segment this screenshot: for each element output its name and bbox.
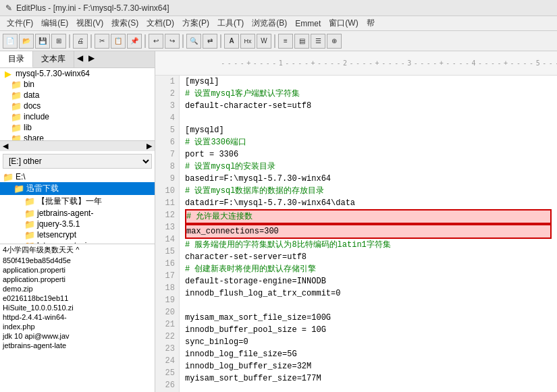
bottom-list-item[interactable]: jdk 10 api@www.jav xyxy=(0,331,155,341)
tb-extra2[interactable]: ▤ xyxy=(294,34,309,49)
bottom-list-item[interactable]: 850f419eba85d4d5e xyxy=(0,256,155,265)
open-button[interactable]: 📂 xyxy=(19,34,34,49)
code-line[interactable]: myisam_sort_buffer_size=177M xyxy=(185,372,552,385)
code-line[interactable]: default-storage-engine=INNODB xyxy=(185,275,552,287)
menu-item-[interactable]: 帮 xyxy=(363,16,379,30)
tb-extra1[interactable]: ≡ xyxy=(278,34,293,49)
code-line[interactable]: character-set-server=utf8 xyxy=(185,251,552,263)
toolbar-sep-3 xyxy=(144,34,146,48)
code-lines[interactable]: [mysql]# 设置mysql客户端默认字符集default-characte… xyxy=(180,76,557,392)
menu-item-v[interactable]: 视图(V) xyxy=(72,16,107,30)
code-line[interactable]: datadir=F:\mysql-5.7.30-winx64\data xyxy=(185,197,552,209)
tree-item-data[interactable]: 📁data xyxy=(0,90,155,101)
tree-root[interactable]: ▶ mysql-5.7.30-winx64 xyxy=(0,68,155,79)
code-line[interactable]: # 允许最大连接数 xyxy=(185,209,552,224)
second-tree-item[interactable]: 📁E:\ xyxy=(0,171,155,182)
second-file-tree: 📁E:\📁迅雷下载📁【批量下载】一年📁jetbrains-agent-📁jque… xyxy=(0,171,155,244)
tree-item-lib[interactable]: 📁lib xyxy=(0,122,155,133)
code-line[interactable]: # 设置3306端口 xyxy=(185,136,552,148)
print-button[interactable]: 🖨 xyxy=(73,34,88,49)
code-line[interactable]: basedir=F:\mysql-5.7.30-winx64 xyxy=(185,173,552,185)
tb-extra3[interactable]: ☰ xyxy=(311,34,325,49)
folder-icon: 📁 xyxy=(24,230,35,240)
code-line[interactable] xyxy=(185,112,552,124)
code-line[interactable]: innodb_buffer_pool_size = 10G xyxy=(185,324,552,336)
code-line[interactable]: max_connections=300 xyxy=(185,224,552,239)
redo-button[interactable]: ↪ xyxy=(165,34,180,49)
new-button[interactable]: 📄 xyxy=(3,34,18,49)
bottom-list-item[interactable]: 4小学四年级奥数天天 ^ xyxy=(0,244,155,256)
second-tree-item[interactable]: 📁jetbrains-agent- xyxy=(0,208,155,219)
bottom-list-items: 4小学四年级奥数天天 ^850f419eba85d4d5eapplication… xyxy=(0,244,155,350)
code-line[interactable]: [mysqld] xyxy=(185,124,552,136)
bottom-list-item[interactable]: jetbrains-agent-late xyxy=(0,341,155,350)
tab-textlib[interactable]: 文本库 xyxy=(33,51,74,67)
bottom-list-item[interactable]: demo.zip xyxy=(0,284,155,293)
editor-ruler: ----+----1----+----2----+----3----+----4… xyxy=(155,51,557,76)
code-line[interactable]: sync_binlog=0 xyxy=(185,336,552,348)
bottom-list-item[interactable]: HiSuite_10.0.0.510.zi xyxy=(0,303,155,312)
drive-dropdown[interactable]: [E:] other xyxy=(3,154,152,169)
bottom-list-item[interactable]: application.properti xyxy=(0,265,155,275)
tree-item-docs[interactable]: 📁docs xyxy=(0,101,155,111)
code-line[interactable]: # 设置mysql的安装目录 xyxy=(185,161,552,173)
tb-extra4[interactable]: ⊕ xyxy=(327,34,342,49)
tree-item-include[interactable]: 📁include xyxy=(0,111,155,122)
menu-item-p[interactable]: 方案(P) xyxy=(178,16,213,30)
menu-item-w[interactable]: 窗口(W) xyxy=(325,16,362,30)
panel-nav-next[interactable]: ▶ xyxy=(86,51,97,67)
second-tree-item[interactable]: 📁【批量下载】一年 xyxy=(0,195,155,208)
bottom-list-item[interactable]: httpd-2.4.41-win64- xyxy=(0,312,155,322)
code-line[interactable]: # 设置mysql数据库的数据的存放目录 xyxy=(185,185,552,197)
bold-button[interactable]: A xyxy=(224,34,239,49)
copy-button[interactable]: 📋 xyxy=(111,34,126,49)
menu-item-e[interactable]: 编辑(E) xyxy=(37,16,72,30)
replace-button[interactable]: ⇄ xyxy=(203,34,217,49)
code-line[interactable]: innodb_log_file_size=5G xyxy=(185,348,552,360)
code-line[interactable] xyxy=(185,385,552,392)
menu-item-emmet[interactable]: Emmet xyxy=(291,18,325,30)
cut-button[interactable]: ✂ xyxy=(95,34,109,49)
menu-item-d[interactable]: 文档(D) xyxy=(142,16,178,30)
menu-item-b[interactable]: 浏览器(B) xyxy=(248,16,291,30)
code-line[interactable]: port = 3306 xyxy=(185,148,552,161)
code-content[interactable]: 1234567891011121314151617181920212223242… xyxy=(155,76,557,392)
menu-item-f[interactable]: 文件(F) xyxy=(3,16,37,30)
find-button[interactable]: 🔍 xyxy=(186,34,201,49)
second-tree-item[interactable]: 📁迅雷下载 xyxy=(0,182,155,195)
undo-button[interactable]: ↩ xyxy=(149,34,163,49)
code-line[interactable]: innodb_flush_log_at_trx_commit=0 xyxy=(185,287,552,300)
line-number: 24 xyxy=(159,355,175,367)
second-tree-label: E:\ xyxy=(16,172,26,181)
save-button[interactable]: 💾 xyxy=(35,34,50,49)
paste-button[interactable]: 📌 xyxy=(127,34,142,49)
second-tree-item[interactable]: 📁jquery-3.5.1 xyxy=(0,219,155,229)
panel-nav-prev[interactable]: ◀ xyxy=(74,51,86,67)
code-line[interactable]: innodb_log_buffer_size=32M xyxy=(185,360,552,372)
code-line[interactable]: myisam_max_sort_file_size=100G xyxy=(185,312,552,324)
menu-item-t[interactable]: 工具(T) xyxy=(213,16,248,30)
toolbar-sep-5 xyxy=(220,34,221,48)
line-number: 22 xyxy=(159,331,175,343)
bottom-list-item[interactable]: application.properti xyxy=(0,275,155,284)
code-line[interactable]: default-character-set=utf8 xyxy=(185,100,552,112)
tree-item-bin[interactable]: 📁bin xyxy=(0,79,155,90)
second-tree-item[interactable]: 📁letsencrypt xyxy=(0,229,155,240)
code-line[interactable]: # 服务端使用的字符集默认为8比特编码的latin1字符集 xyxy=(185,239,552,251)
bottom-list-item[interactable]: e0216118bc19eb11 xyxy=(0,293,155,303)
bottom-list-item[interactable]: index.php xyxy=(0,322,155,331)
w-button[interactable]: W xyxy=(257,34,271,49)
code-line[interactable]: [mysql] xyxy=(185,76,552,88)
tab-directory[interactable]: 目录 xyxy=(0,51,33,67)
save-all-button[interactable]: ⊞ xyxy=(51,34,66,49)
code-line[interactable]: # 设置mysql客户端默认字符集 xyxy=(185,88,552,100)
tree-item-share[interactable]: 📁share xyxy=(0,133,155,140)
code-line[interactable] xyxy=(185,300,552,312)
second-tree-label: jetbrains-agent- xyxy=(37,208,93,218)
folder-icon: 📁 xyxy=(11,80,22,89)
line-number: 18 xyxy=(159,282,175,294)
code-line[interactable]: # 创建新表时将使用的默认存储引擎 xyxy=(185,263,552,275)
comment-text: # 设置mysql数据库的数据的存放目录 xyxy=(185,186,324,196)
hex-button[interactable]: Hx xyxy=(240,34,255,49)
menu-item-s[interactable]: 搜索(S) xyxy=(107,16,142,30)
